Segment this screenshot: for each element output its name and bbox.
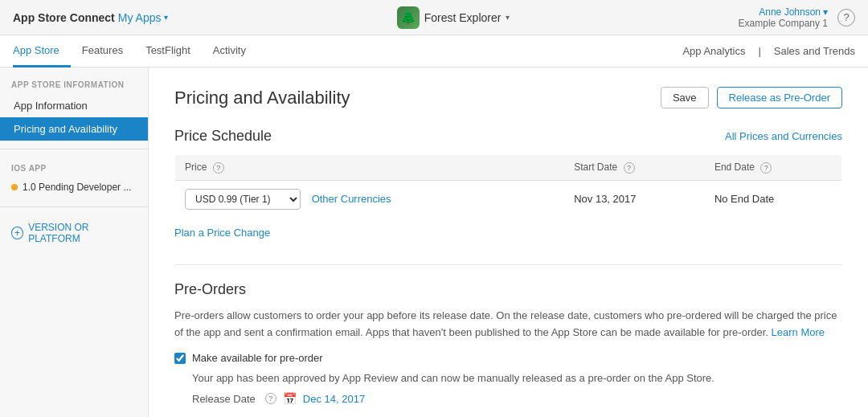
header-actions: Save Release as Pre-Order: [661, 87, 842, 108]
add-platform-label: VERSION OR PLATFORM: [28, 222, 137, 244]
price-cell: USD 0.99 (Tier 1) Other Currencies: [175, 180, 565, 218]
top-nav-right: Anne Johnson ▾ Example Company 1 ?: [739, 6, 855, 29]
sidebar-item-app-information[interactable]: App Information: [0, 94, 148, 117]
top-nav: App Store Connect My Apps ▾ 🌲 Forest Exp…: [0, 0, 868, 35]
content-area: Pricing and Availability Save Release as…: [149, 67, 868, 417]
col-price: Price ?: [175, 155, 565, 181]
preorder-description: Pre-orders allow customers to order your…: [174, 308, 842, 341]
analytics-links: App Analytics | Sales and Trends: [682, 45, 855, 57]
release-date-label: Release Date: [192, 393, 256, 405]
app-icon: 🌲: [397, 6, 420, 29]
price-help-icon[interactable]: ?: [213, 162, 224, 174]
preorder-checkbox-row: Make available for pre-order: [174, 352, 842, 364]
preorder-checkbox-label: Make available for pre-order: [192, 352, 323, 364]
start-date-help-icon[interactable]: ?: [624, 162, 635, 174]
price-table-header-row: Price ? Start Date ? End Date ?: [175, 155, 842, 181]
release-preorder-button[interactable]: Release as Pre-Order: [717, 87, 842, 108]
main-tabs: App Store Features TestFlight Activity: [13, 35, 682, 67]
price-schedule-title: Price Schedule: [174, 128, 272, 145]
preorder-approved-text: Your app has been approved by App Review…: [192, 372, 842, 384]
other-currencies-link[interactable]: Other Currencies: [312, 193, 391, 205]
user-name[interactable]: Anne Johnson ▾: [739, 6, 828, 18]
tab-separator: |: [758, 45, 760, 57]
sidebar-section-label-ios: IOS APP: [0, 157, 148, 176]
content-header: Pricing and Availability Save Release as…: [174, 87, 842, 108]
tab-features[interactable]: Features: [71, 35, 134, 67]
main-layout: APP STORE INFORMATION App Information Pr…: [0, 67, 868, 417]
preorders-title: Pre-Orders: [174, 281, 246, 298]
brand-area: App Store Connect My Apps ▾: [13, 11, 168, 24]
calendar-icon: 📅: [283, 392, 297, 405]
brand-name: App Store Connect: [13, 11, 115, 24]
tab-app-store[interactable]: App Store: [13, 35, 71, 67]
add-platform-button[interactable]: + VERSION OR PLATFORM: [0, 215, 148, 251]
tab-testflight[interactable]: TestFlight: [134, 35, 202, 67]
price-select[interactable]: USD 0.99 (Tier 1): [185, 189, 301, 210]
sidebar-divider-2: [0, 206, 148, 207]
save-button[interactable]: Save: [661, 87, 709, 108]
price-table: Price ? Start Date ? End Date ?: [174, 154, 842, 219]
price-schedule-section: Price Schedule All Prices and Currencies…: [174, 128, 842, 239]
col-end-date: End Date ?: [705, 155, 842, 181]
preorders-section: Pre-Orders Pre-orders allow customers to…: [174, 281, 842, 406]
release-date-value[interactable]: Dec 14, 2017: [303, 393, 365, 405]
page-title: Pricing and Availability: [174, 88, 350, 108]
version-status-dot: [11, 184, 18, 190]
plan-price-change-link[interactable]: Plan a Price Change: [174, 227, 270, 239]
sidebar-section-label-appstore: APP STORE INFORMATION: [0, 80, 148, 94]
app-name[interactable]: Forest Explorer: [424, 11, 502, 24]
all-prices-currencies-link[interactable]: All Prices and Currencies: [725, 130, 842, 142]
app-chevron-icon[interactable]: ▾: [506, 13, 510, 22]
price-table-row: USD 0.99 (Tier 1) Other Currencies Nov 1…: [175, 180, 842, 218]
preorder-checkbox[interactable]: [174, 353, 186, 364]
sidebar-version-item[interactable]: 1.0 Pending Developer ...: [0, 176, 148, 198]
sales-trends-link[interactable]: Sales and Trends: [774, 45, 855, 57]
tabs-nav: App Store Features TestFlight Activity A…: [0, 35, 868, 67]
version-label: 1.0 Pending Developer ...: [23, 182, 131, 193]
end-date-cell: No End Date: [705, 180, 842, 218]
add-circle-icon: +: [11, 227, 23, 239]
learn-more-link[interactable]: Learn More: [772, 326, 825, 338]
sidebar-item-pricing[interactable]: Pricing and Availability: [0, 117, 148, 141]
help-button[interactable]: ?: [837, 9, 855, 27]
release-date-help-icon[interactable]: ?: [265, 393, 276, 404]
end-date-help-icon[interactable]: ?: [760, 162, 772, 174]
user-info: Anne Johnson ▾ Example Company 1: [739, 6, 828, 29]
user-company: Example Company 1: [739, 18, 828, 29]
section-divider: [174, 264, 842, 265]
my-apps-link[interactable]: My Apps: [118, 11, 162, 24]
app-selector: 🌲 Forest Explorer ▾: [168, 6, 738, 29]
sidebar-divider: [0, 149, 148, 149]
price-schedule-header: Price Schedule All Prices and Currencies: [174, 128, 842, 145]
release-date-row: Release Date ? 📅 Dec 14, 2017: [192, 392, 842, 405]
col-start-date: Start Date ?: [564, 155, 705, 181]
tab-activity[interactable]: Activity: [202, 35, 257, 67]
app-analytics-link[interactable]: App Analytics: [682, 45, 745, 57]
preorders-header: Pre-Orders: [174, 281, 842, 298]
sidebar: APP STORE INFORMATION App Information Pr…: [0, 67, 149, 417]
start-date-cell: Nov 13, 2017: [564, 180, 705, 218]
